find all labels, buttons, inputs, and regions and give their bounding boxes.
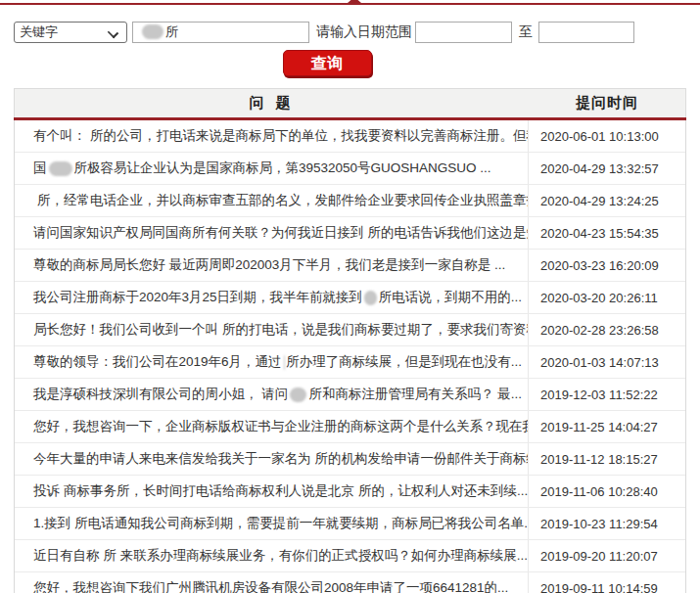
question-cell[interactable]: 我公司注册商标于2020年3月25日到期，我半年前就接到所电话说，到期不用的..…: [15, 282, 529, 313]
time-cell: 2020-02-28 23:26:58: [529, 314, 685, 345]
question-text: 所的电话告诉我他们这边是知...: [368, 224, 530, 242]
question-text: 所极容易让企业认为是国家商标局，第39532050号GUOSHANGSUO ..…: [74, 160, 491, 177]
chevron-down-icon: [108, 27, 118, 38]
time-cell: 2020-03-23 16:20:09: [529, 250, 685, 281]
questions-table: 问 题 提问时间 有个叫：所的公司，打电话来说是商标局下的单位，找我要资料以完善…: [14, 88, 686, 593]
time-cell: 2019-11-06 10:28:40: [529, 476, 685, 507]
time-cell: 2020-04-23 15:54:35: [529, 217, 685, 249]
question-cell[interactable]: 近日有自称所 来联系办理商标续展业务，有你们的正式授权吗？如何办理商标续展...: [15, 540, 529, 571]
question-text: 近日有自称: [33, 547, 100, 565]
time-cell: 2019-10-23 11:29:54: [529, 508, 685, 539]
table-row: 有个叫：所的公司，打电话来说是商标局下的单位，找我要资料以完善商标注册。但我..…: [15, 120, 685, 152]
time-cell: 2020-06-01 10:13:00: [529, 120, 685, 152]
time-cell: 2019-12-03 11:52:22: [529, 379, 685, 410]
time-cell: 2020-03-20 20:26:11: [529, 282, 685, 313]
question-cell[interactable]: 今年大量的申请人来电来信发给我关于一家名为所的机构发给申请一份邮件关于商标续..…: [15, 443, 529, 475]
redacted-text: [364, 291, 377, 305]
time-cell: 2020-01-03 14:07:13: [529, 346, 685, 378]
question-text: 国: [33, 160, 47, 177]
redacted-text: [284, 355, 285, 370]
table-row: 尊敬的领导：我们公司在2019年6月，通过所办理了商标续展，但是到现在也没有..…: [15, 345, 685, 378]
table-row: 局长您好！我们公司收到一个叫所的打电话，说是我们商标要过期了，要求我们寄资料..…: [15, 313, 685, 345]
question-cell[interactable]: 投诉商标事务所，长时间打电话给商标权利人说是北京所的，让权利人对还未到续...: [15, 476, 529, 507]
search-button[interactable]: 查询: [283, 50, 372, 76]
question-text: 所的，让权利人对还未到续...: [358, 482, 528, 500]
question-cell[interactable]: 有个叫：所的公司，打电话来说是商标局下的单位，找我要资料以完善商标注册。但我..…: [15, 120, 529, 152]
question-text: 所的公司，打电话来说是商标局下的单位，找我要资料以完善商标注册。但我...: [90, 127, 529, 145]
date-to-input[interactable]: [538, 22, 634, 43]
table-row: 所，经常电话企业，并以商标审查五部的名义，发邮件给企业要求回传企业执照盖章扫..…: [15, 184, 685, 216]
keyword-input[interactable]: 所: [132, 22, 309, 43]
time-cell: 2019-09-20 11:20:07: [529, 540, 685, 571]
table-row: 您好，我想咨询下我们广州腾讯机房设备有限公司2008年申请了一项6641281的…: [15, 571, 685, 593]
question-text: 所的机构发给申请一份邮件关于商标续...: [315, 450, 530, 468]
column-header-question: 问 题: [15, 94, 529, 113]
question-text: 所办理了商标续展，但是到现在也没有...: [286, 353, 522, 371]
question-text: 所 来联系办理商标续展业务，有你们的正式授权吗？如何办理商标续展...: [104, 547, 529, 565]
question-cell[interactable]: 我是淳硕科技深圳有限公司的周小姐， 请问所和商标注册管理局有关系吗？ 最...: [15, 379, 529, 410]
question-cell[interactable]: 所，经常电话企业，并以商标审查五部的名义，发邮件给企业要求回传企业执照盖章扫..…: [15, 185, 529, 216]
table-row: 近日有自称所 来联系办理商标续展业务，有你们的正式授权吗？如何办理商标续展...…: [15, 539, 685, 571]
redacted-text: [49, 161, 72, 176]
time-cell: 2019-09-11 10:14:59: [529, 572, 685, 593]
question-text: 我公司注册商标于2020年3月25日到期，我半年前就接到: [33, 289, 362, 306]
question-text: 尊敬的领导：我们公司在2019年6月，通过: [33, 353, 282, 371]
redacted-text: [142, 24, 163, 39]
date-from-input[interactable]: [415, 22, 512, 43]
table-body: 有个叫：所的公司，打电话来说是商标局下的单位，找我要资料以完善商标注册。但我..…: [14, 120, 686, 593]
date-range-label: 请输入日期范围: [316, 23, 412, 41]
question-cell[interactable]: 尊敬的领导：我们公司在2019年6月，通过所办理了商标续展，但是到现在也没有..…: [15, 346, 529, 378]
question-text: 今年大量的申请人来电来信发给我关于一家名为: [33, 450, 311, 468]
question-text: 局长您好！我们公司收到一个叫: [33, 321, 218, 339]
question-text: 投诉: [33, 482, 60, 500]
question-text: 所电话说，到期不用的...: [379, 289, 522, 306]
search-form: 关键字 所 请输入日期范围 至: [14, 22, 634, 43]
table-row: 尊敬的商标局局长您好 最近两周即202003月下半月，我们老是接到一家自称是 .…: [15, 249, 685, 281]
question-text: 所，经常电话企业，并以商标审查五部的名义，发邮件给企业要求回传企业执照盖章扫..…: [37, 192, 529, 209]
question-text: 1.接到: [33, 515, 70, 532]
table-row: 我公司注册商标于2020年3月25日到期，我半年前就接到所电话说，到期不用的..…: [15, 281, 685, 313]
question-text: 有个叫：: [33, 127, 86, 145]
column-header-time: 提问时间: [529, 94, 685, 113]
time-cell: 2020-04-29 13:24:25: [529, 185, 685, 216]
table-header: 问 题 提问时间: [14, 88, 686, 117]
table-row: 您好，我想咨询一下，企业商标版权证书与企业注册的商标这两个是什么关系？现在我企业…: [15, 410, 685, 442]
tab-indicator-triangle-icon: [348, 0, 361, 3]
question-text: 尊敬的商标局局长您好 最近两周即202003月下半月，我们老是接到一家自称是 .…: [33, 256, 505, 274]
date-to-label: 至: [519, 23, 533, 41]
question-text: 所和商标注册管理局有关系吗？ 最...: [308, 386, 522, 403]
question-text: 商标事务所，长时间打电话给商标权利人说是北京: [64, 482, 354, 500]
question-text: 您好，我想咨询下我们广州腾讯机房设备有限公司2008年申请了一项6641281的…: [33, 579, 508, 593]
question-cell[interactable]: 1.接到所电话通知我公司商标到期，需要提前一年就要续期，商标局已将我公司名单..…: [15, 508, 529, 539]
question-text: 我是淳硕科技深圳有限公司的周小姐， 请问: [33, 386, 288, 403]
table-row: 我是淳硕科技深圳有限公司的周小姐， 请问所和商标注册管理局有关系吗？ 最...2…: [15, 378, 685, 410]
time-cell: 2019-11-25 14:04:27: [529, 411, 685, 442]
table-row: 国所极容易让企业认为是国家商标局，第39532050号GUOSHANGSUO .…: [15, 152, 685, 184]
top-accent-line: [0, 3, 700, 5]
keyword-type-select[interactable]: 关键字: [14, 22, 127, 43]
question-cell[interactable]: 您好，我想咨询一下，企业商标版权证书与企业注册的商标这两个是什么关系？现在我企业…: [15, 411, 529, 442]
question-cell[interactable]: 您好，我想咨询下我们广州腾讯机房设备有限公司2008年申请了一项6641281的…: [15, 572, 529, 593]
question-text: 所: [165, 24, 178, 39]
question-cell[interactable]: 尊敬的商标局局长您好 最近两周即202003月下半月，我们老是接到一家自称是 .…: [15, 250, 529, 281]
table-row: 1.接到所电话通知我公司商标到期，需要提前一年就要续期，商标局已将我公司名单..…: [15, 507, 685, 539]
keyword-type-select-value: 关键字: [20, 24, 58, 39]
table-row: 投诉商标事务所，长时间打电话给商标权利人说是北京所的，让权利人对还未到续...2…: [15, 475, 685, 507]
question-text: 您好，我想咨询一下，企业商标版权证书与企业注册的商标这两个是什么关系？现在我企业…: [33, 418, 529, 435]
question-text: 所的打电话，说是我们商标要过期了，要求我们寄资料...: [222, 321, 529, 339]
question-cell[interactable]: 国所极容易让企业认为是国家商标局，第39532050号GUOSHANGSUO .…: [15, 153, 529, 184]
table-row: 请问国家知识产权局同国商所有何关联？为何我近日接到所的电话告诉我他们这边是知..…: [15, 216, 685, 249]
time-cell: 2019-11-12 18:15:27: [529, 443, 685, 475]
question-cell[interactable]: 请问国家知识产权局同国商所有何关联？为何我近日接到所的电话告诉我他们这边是知..…: [15, 217, 529, 249]
table-row: 今年大量的申请人来电来信发给我关于一家名为所的机构发给申请一份邮件关于商标续..…: [15, 442, 685, 475]
question-text: 所电话通知我公司商标到期，需要提前一年就要续期，商标局已将我公司名单...: [74, 515, 529, 532]
time-cell: 2020-04-29 13:32:57: [529, 153, 685, 184]
question-cell[interactable]: 局长您好！我们公司收到一个叫所的打电话，说是我们商标要过期了，要求我们寄资料..…: [15, 314, 529, 345]
question-text: 请问国家知识产权局同国商所有何关联？为何我近日接到: [33, 224, 364, 242]
redacted-text: [290, 388, 306, 402]
